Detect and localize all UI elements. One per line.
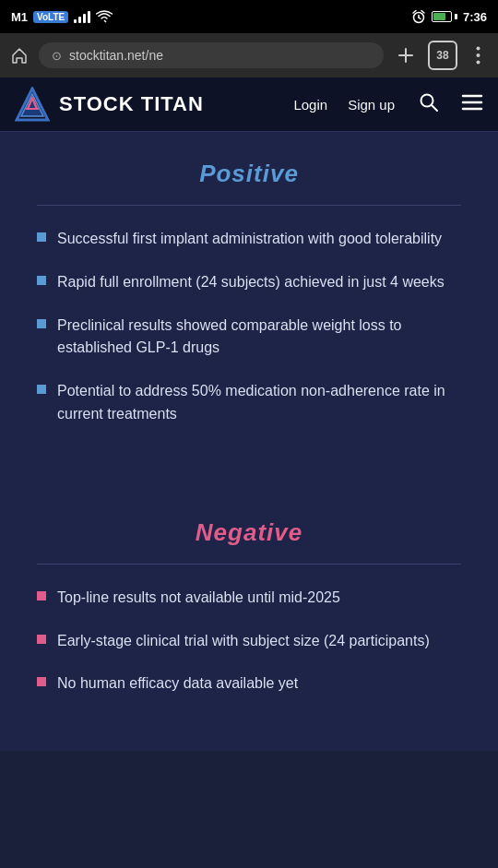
- svg-line-3: [413, 11, 416, 14]
- home-icon: [10, 46, 29, 65]
- browser-chrome: ⊙ stocktitan.net/ne 38: [0, 33, 498, 77]
- search-svg: [419, 92, 439, 113]
- signal-bar-3: [83, 14, 86, 23]
- volte-badge: VoLTE: [33, 11, 68, 23]
- time-display: 7:36: [463, 10, 487, 24]
- home-button[interactable]: [9, 45, 30, 65]
- negative-item-3: No human efficacy data available yet: [57, 672, 298, 696]
- logo-icon: [15, 87, 50, 122]
- site-info-icon: ⊙: [52, 49, 62, 63]
- hamburger-icon: [461, 93, 483, 112]
- svg-point-9: [476, 61, 480, 65]
- svg-line-4: [421, 11, 424, 14]
- signup-link[interactable]: Sign up: [348, 97, 395, 113]
- add-tab-button[interactable]: [393, 42, 419, 68]
- positive-item-1: Successful first implant administration …: [57, 228, 442, 251]
- list-item: Preclinical results showed comparable we…: [37, 315, 461, 361]
- svg-line-2: [419, 18, 421, 19]
- svg-line-14: [432, 105, 437, 111]
- positive-divider: [37, 205, 461, 206]
- address-bar[interactable]: ⊙ stocktitan.net/ne: [39, 42, 384, 68]
- more-options-button[interactable]: [467, 44, 489, 66]
- positive-section: Positive Successful first implant admini…: [18, 132, 480, 445]
- bullet-negative-1: [37, 591, 46, 600]
- bullet-positive-4: [37, 385, 46, 394]
- carrier-label: M1: [11, 10, 28, 24]
- bullet-positive-2: [37, 276, 46, 285]
- positive-item-2: Rapid full enrollment (24 subjects) achi…: [57, 271, 445, 294]
- battery-indicator: [432, 11, 457, 22]
- negative-list: Top-line results not available until mid…: [37, 587, 461, 696]
- search-icon[interactable]: [419, 92, 439, 117]
- negative-section: Negative Top-line results not available …: [18, 491, 480, 714]
- plus-icon: [396, 45, 416, 65]
- hamburger-menu-button[interactable]: [461, 93, 483, 116]
- tab-count-button[interactable]: 38: [428, 41, 457, 70]
- svg-point-8: [476, 54, 480, 57]
- negative-item-2: Early-stage clinical trial with subject …: [57, 630, 430, 653]
- signal-bars: [74, 10, 90, 23]
- bullet-negative-2: [37, 635, 46, 644]
- list-item: Top-line results not available until mid…: [37, 587, 461, 610]
- vertical-dots-icon: [476, 45, 480, 65]
- positive-item-3: Preclinical results showed comparable we…: [57, 315, 461, 361]
- signal-bar-2: [78, 17, 81, 23]
- status-bar: M1 VoLTE 7: [0, 0, 498, 33]
- section-gap: [18, 454, 480, 491]
- bullet-negative-3: [37, 677, 46, 686]
- list-item: Early-stage clinical trial with subject …: [37, 630, 461, 653]
- alarm-icon: [411, 9, 426, 24]
- list-item: Successful first implant administration …: [37, 228, 461, 251]
- positive-title: Positive: [37, 160, 461, 188]
- site-title: STOCK TITAN: [59, 92, 284, 116]
- wifi-icon: [96, 10, 113, 23]
- list-item: Potential to address 50% medication non-…: [37, 380, 461, 426]
- url-text: stocktitan.net/ne: [69, 48, 163, 63]
- list-item: No human efficacy data available yet: [37, 672, 461, 696]
- negative-item-1: Top-line results not available until mid…: [57, 587, 340, 610]
- login-link[interactable]: Login: [293, 97, 327, 113]
- signal-bar-1: [74, 19, 77, 23]
- bullet-positive-1: [37, 232, 46, 242]
- bullet-positive-3: [37, 319, 46, 328]
- positive-item-4: Potential to address 50% medication non-…: [57, 380, 461, 426]
- status-left: M1 VoLTE: [11, 10, 113, 24]
- negative-divider: [37, 564, 461, 565]
- site-header: STOCK TITAN Login Sign up: [0, 77, 498, 132]
- main-content: Positive Successful first implant admini…: [0, 132, 498, 751]
- positive-list: Successful first implant administration …: [37, 228, 461, 426]
- signal-bar-4: [88, 11, 90, 23]
- svg-point-7: [476, 47, 480, 51]
- negative-title: Negative: [37, 518, 461, 547]
- status-right: 7:36: [411, 9, 487, 24]
- list-item: Rapid full enrollment (24 subjects) achi…: [37, 271, 461, 294]
